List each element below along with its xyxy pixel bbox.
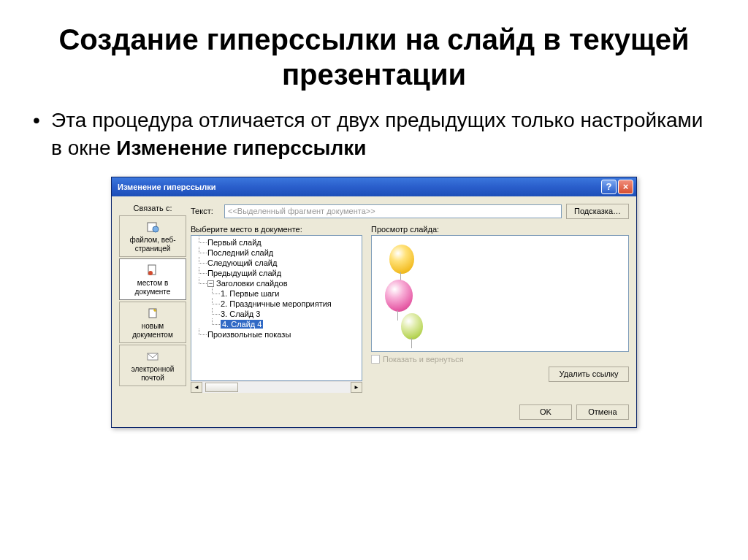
tree-item-custom-shows[interactable]: Произвольные показы: [194, 329, 362, 340]
preview-label: Просмотр слайда:: [371, 225, 629, 234]
help-button[interactable]: ?: [601, 180, 617, 194]
text-to-display-input[interactable]: <<Выделенный фрагмент документа>>: [224, 204, 562, 218]
new-doc-icon: [145, 307, 160, 320]
slide-preview: [371, 235, 629, 352]
email-icon: [145, 350, 160, 363]
slide-bullet: Эта процедура отличается от двух предыду…: [29, 107, 719, 162]
balloon-yellow-icon: [389, 245, 414, 274]
scroll-left-icon[interactable]: ◄: [191, 382, 202, 393]
dialog-titlebar[interactable]: Изменение гиперссылки ? ×: [112, 177, 636, 196]
balloon-pink-icon: [385, 280, 413, 312]
tab-email[interactable]: электронной почтой: [119, 345, 186, 386]
svg-point-1: [153, 226, 159, 232]
tree-item-slide-3[interactable]: 3. Слайд 3: [194, 309, 362, 319]
tree-group-label: Заголовки слайдов: [216, 279, 288, 288]
scroll-thumb[interactable]: [205, 383, 238, 392]
remove-link-button[interactable]: Удалить ссылку: [549, 367, 629, 382]
close-button[interactable]: ×: [618, 180, 633, 194]
dialog-footer: OK Отмена: [112, 399, 636, 427]
tree-item-prev-slide[interactable]: Предыдущий слайд: [194, 268, 362, 278]
edit-hyperlink-dialog: Изменение гиперссылки ? × Связать с: фай…: [111, 177, 637, 428]
file-web-icon: [145, 220, 160, 234]
tab-label: электронной почтой: [121, 365, 184, 383]
tree-item-last-slide[interactable]: Последний слайд: [194, 248, 362, 258]
screentip-button[interactable]: Подсказка…: [566, 204, 629, 219]
tree-horizontal-scrollbar[interactable]: ◄ ►: [191, 381, 362, 393]
tab-file-webpage[interactable]: файлом, веб-страницей: [119, 215, 186, 257]
ok-button[interactable]: OK: [519, 404, 572, 420]
tree-item-first-slide[interactable]: Первый слайд: [194, 237, 362, 248]
tree-label: Выберите место в документе:: [191, 225, 362, 234]
link-to-sidebar: Связать с: файлом, веб-страницей местом …: [119, 204, 186, 393]
tree-item-slide-2[interactable]: 2. Праздничные мероприятия: [194, 299, 362, 309]
place-in-doc-icon: [145, 264, 160, 277]
tab-label: новым документом: [121, 322, 184, 340]
tree-item-slide-1[interactable]: 1. Первые шаги: [194, 288, 362, 299]
tree-item-next-slide[interactable]: Следующий слайд: [194, 258, 362, 268]
bullet-bold: Изменение гиперссылки: [116, 137, 366, 159]
dialog-title: Изменение гиперссылки: [118, 183, 600, 191]
scroll-right-icon[interactable]: ►: [351, 382, 362, 393]
slide-title: Создание гиперссылки на слайд в текущей …: [29, 22, 719, 92]
show-and-return-checkbox: [371, 355, 380, 364]
svg-point-3: [148, 271, 153, 275]
balloon-green-icon: [401, 313, 423, 340]
collapse-icon[interactable]: −: [207, 280, 214, 287]
tab-place-in-document[interactable]: местом в документе: [119, 258, 186, 300]
tab-label: местом в документе: [121, 279, 184, 296]
place-tree[interactable]: Первый слайд Последний слайд Следующий с…: [191, 235, 362, 381]
text-to-display-label: Текст:: [191, 207, 220, 215]
link-with-label: Связать с:: [119, 204, 186, 212]
tree-group-slide-titles[interactable]: −Заголовки слайдов: [194, 278, 362, 288]
tree-item-slide-4[interactable]: 4. Слайд 4: [194, 319, 362, 329]
cancel-button[interactable]: Отмена: [576, 404, 629, 420]
tab-new-document[interactable]: новым документом: [119, 302, 186, 343]
show-and-return-label: Показать и вернуться: [383, 355, 464, 364]
tab-label: файлом, веб-страницей: [121, 236, 184, 253]
